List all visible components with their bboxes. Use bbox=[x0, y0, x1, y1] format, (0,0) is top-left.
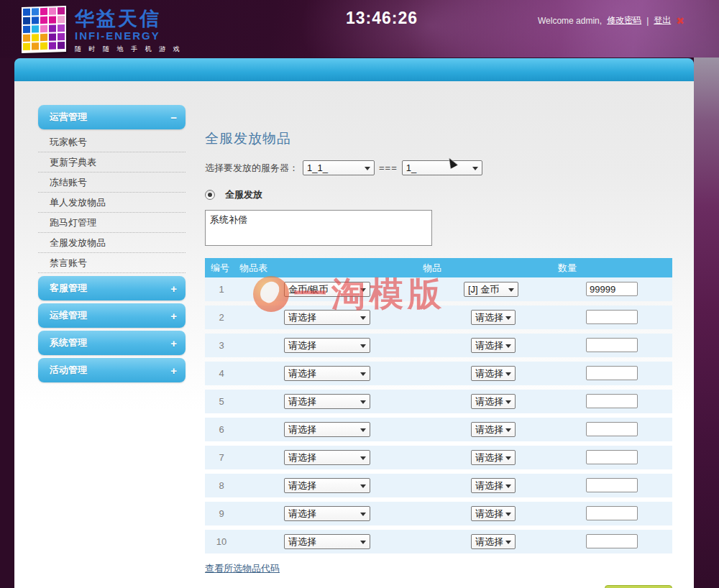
server-select-separator: === bbox=[379, 162, 398, 173]
chevron-down-icon bbox=[360, 541, 366, 544]
sidebar-item[interactable]: 全服发放物品 bbox=[38, 233, 186, 253]
item-select[interactable]: 请选择 bbox=[471, 394, 516, 409]
sidebar-section[interactable]: 系统管理 + bbox=[38, 331, 186, 355]
table-row: 3 请选择 请选择 bbox=[205, 334, 672, 357]
all-server-radio-label: 全服发放 bbox=[225, 188, 262, 201]
section-label: 客服管理 bbox=[50, 282, 87, 295]
quantity-input[interactable] bbox=[586, 310, 638, 324]
item-select[interactable]: 请选择 bbox=[471, 478, 516, 493]
chevron-down-icon bbox=[505, 400, 511, 404]
button-row: 确认发放 bbox=[205, 585, 672, 588]
quantity-input[interactable] bbox=[586, 338, 638, 352]
background-strip bbox=[694, 58, 719, 588]
quantity-input[interactable] bbox=[586, 534, 638, 548]
sidebar-item[interactable]: 单人发放物品 bbox=[38, 193, 186, 213]
chevron-down-icon bbox=[472, 167, 478, 170]
item-select[interactable]: 请选择 bbox=[471, 366, 516, 381]
table-row: 10 请选择 请选择 bbox=[205, 530, 672, 553]
sidebar-item[interactable]: 冻结账号 bbox=[38, 173, 186, 193]
change-password-link[interactable]: 修改密码 bbox=[607, 14, 641, 27]
chevron-down-icon bbox=[360, 344, 366, 348]
brand-name: 华益天信 bbox=[75, 8, 183, 29]
app-logo: 华益天信 INFI-ENERGY 随 时 随 地 手 机 游 戏 bbox=[22, 6, 183, 54]
expand-icon[interactable]: + bbox=[170, 364, 177, 377]
table-body: 1 金币/银币 [J] 金币 2 bbox=[205, 277, 672, 553]
all-server-radio[interactable] bbox=[205, 190, 215, 200]
quantity-input[interactable] bbox=[586, 478, 638, 492]
item-select[interactable]: 请选择 bbox=[471, 422, 516, 437]
expand-icon[interactable]: + bbox=[170, 337, 177, 349]
table-row: 2 请选择 请选择 bbox=[205, 306, 672, 329]
item-table-select[interactable]: 请选择 bbox=[284, 450, 370, 465]
expand-icon[interactable]: + bbox=[170, 282, 177, 295]
item-table-select[interactable]: 请选择 bbox=[284, 338, 370, 353]
sidebar-section[interactable]: 运维管理 + bbox=[38, 303, 186, 328]
row-number: 4 bbox=[211, 368, 232, 379]
sidebar-section-operations[interactable]: 运营管理 − bbox=[38, 105, 186, 129]
page-title: 全服发放物品 bbox=[205, 129, 672, 148]
row-number: 10 bbox=[211, 536, 232, 547]
main-panel: 全服发放物品 选择要发放的服务器： 1_1_ === 1_ 全服发放 bbox=[205, 104, 672, 588]
chevron-down-icon bbox=[360, 372, 366, 376]
quantity-input[interactable] bbox=[586, 394, 638, 408]
sidebar-item[interactable]: 更新字典表 bbox=[38, 152, 186, 173]
quantity-input[interactable] bbox=[586, 422, 638, 436]
quantity-input[interactable] bbox=[586, 366, 638, 380]
item-select-value: 请选择 bbox=[475, 536, 503, 547]
sidebar-item-label: 玩家帐号 bbox=[50, 137, 87, 147]
sidebar-item[interactable]: 跑马灯管理 bbox=[38, 213, 186, 233]
sidebar-item-label: 禁言账号 bbox=[50, 257, 87, 268]
item-table-select-value: 请选择 bbox=[288, 424, 316, 435]
items-table: 编号 物品表 物品 数量 1 金币/银币 [J] 金币 bbox=[205, 258, 672, 553]
item-select[interactable]: 请选择 bbox=[471, 534, 516, 549]
row-number: 3 bbox=[211, 340, 232, 351]
row-number: 5 bbox=[211, 396, 232, 407]
item-table-select[interactable]: 请选择 bbox=[284, 534, 370, 549]
item-table-select-value: 请选择 bbox=[288, 508, 316, 519]
quantity-input[interactable] bbox=[586, 450, 638, 464]
item-table-select[interactable]: 请选择 bbox=[284, 310, 370, 325]
item-select[interactable]: 请选择 bbox=[471, 310, 516, 325]
server-select-to[interactable]: 1_ bbox=[402, 160, 482, 175]
chevron-down-icon bbox=[365, 167, 370, 170]
expand-icon[interactable]: + bbox=[170, 310, 177, 322]
sidebar-item[interactable]: 禁言账号 bbox=[38, 253, 186, 273]
item-table-select[interactable]: 请选择 bbox=[284, 422, 370, 437]
item-table-select-value: 请选择 bbox=[288, 536, 316, 547]
quantity-input[interactable] bbox=[586, 506, 638, 520]
item-table-select[interactable]: 请选择 bbox=[284, 506, 370, 521]
link-divider: | bbox=[646, 16, 649, 26]
confirm-send-button[interactable]: 确认发放 bbox=[605, 585, 672, 588]
item-select[interactable]: 请选择 bbox=[471, 506, 516, 521]
row-number: 6 bbox=[211, 424, 232, 435]
item-select[interactable]: 请选择 bbox=[471, 338, 516, 353]
item-select-value: 请选择 bbox=[475, 312, 503, 323]
sidebar-item[interactable]: 玩家帐号 bbox=[38, 132, 186, 152]
item-select-value: 请选择 bbox=[475, 424, 503, 435]
item-table-select[interactable]: 请选择 bbox=[284, 366, 370, 381]
chevron-down-icon bbox=[360, 513, 366, 516]
item-table-select-value: 请选择 bbox=[288, 396, 316, 407]
row-number: 8 bbox=[211, 480, 232, 491]
item-select[interactable]: [J] 金币 bbox=[464, 282, 518, 297]
all-server-radio-row: 全服发放 bbox=[205, 188, 672, 201]
reason-textarea[interactable] bbox=[205, 210, 432, 246]
item-table-select[interactable]: 请选择 bbox=[284, 478, 370, 493]
item-select[interactable]: 请选择 bbox=[471, 450, 516, 465]
chevron-down-icon bbox=[508, 288, 514, 292]
collapse-icon[interactable]: − bbox=[170, 111, 177, 124]
close-icon[interactable]: ✖ bbox=[676, 15, 684, 27]
quantity-input[interactable] bbox=[586, 282, 638, 296]
section-label: 系统管理 bbox=[50, 336, 87, 349]
sidebar-section[interactable]: 活动管理 + bbox=[38, 358, 186, 382]
item-table-select[interactable]: 金币/银币 bbox=[284, 282, 370, 297]
section-label: 运维管理 bbox=[50, 309, 87, 322]
server-select-to-value: 1_ bbox=[406, 162, 416, 173]
server-select-from[interactable]: 1_1_ bbox=[303, 160, 375, 175]
table-row: 4 请选择 请选择 bbox=[205, 362, 672, 385]
sidebar-section[interactable]: 客服管理 + bbox=[38, 276, 186, 300]
logout-link[interactable]: 登出 bbox=[654, 14, 671, 27]
view-codes-link[interactable]: 查看所选物品代码 bbox=[205, 562, 280, 575]
item-table-select[interactable]: 请选择 bbox=[284, 394, 370, 409]
item-table-select-value: 请选择 bbox=[288, 340, 316, 351]
